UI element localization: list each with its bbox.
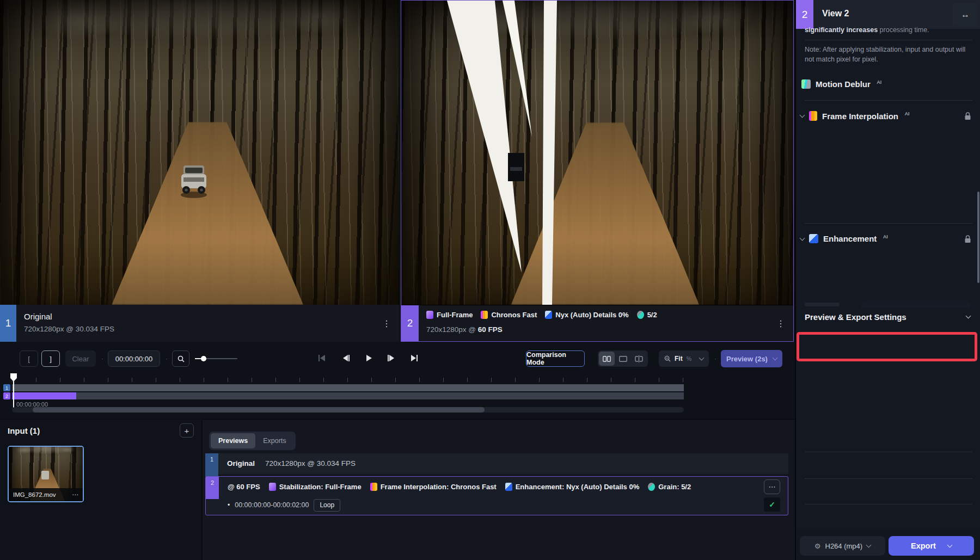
tab-previews[interactable]: Previews xyxy=(211,433,255,448)
row-1-title: Original xyxy=(227,459,255,467)
timecode-input[interactable]: 00:00:00:00 xyxy=(108,350,160,367)
play-button[interactable] xyxy=(364,351,373,365)
skip-to-end-button[interactable] xyxy=(409,351,419,365)
previews-tabbar: Previews Exports xyxy=(209,432,296,450)
export-preset-button[interactable]: ⚙ H264 (mp4) xyxy=(800,536,885,556)
magnifier-minus-icon xyxy=(664,355,671,362)
viewer-pane-original: 1 Original 720x1280px @ 30.034 FPS ⋮ xyxy=(0,0,399,342)
input-panel-title: Input (1) xyxy=(8,426,40,435)
applied-filters-chips: Full-Frame Chronos Fast Nyx (Auto) Detai… xyxy=(426,311,657,319)
clip-filename: IMG_8672.mov xyxy=(13,491,56,498)
row-2-more-button[interactable]: ⋯ xyxy=(764,479,780,494)
enhancement-icon xyxy=(545,311,552,319)
stabilization-chip: Stabilization: Full-Frame xyxy=(269,483,362,491)
skip-to-start-button[interactable] xyxy=(317,351,327,365)
sidebar-footer: ⚙ H264 (mp4) Export xyxy=(796,528,980,560)
more-icon[interactable]: ⋯ xyxy=(72,491,78,499)
sidebar-header: 2 View 2 ↔ xyxy=(796,0,980,29)
grain-icon xyxy=(637,311,644,319)
section-frame-interpolation[interactable]: Frame InterpolationAI xyxy=(800,111,910,121)
tab-exports[interactable]: Exports xyxy=(255,433,293,448)
divider xyxy=(805,452,972,452)
stabilization-note: Note: After applying stabilization, inpu… xyxy=(805,45,971,64)
stabilization-icon xyxy=(426,311,433,319)
split-view-icon xyxy=(635,355,643,362)
side-by-side-icon xyxy=(603,356,611,362)
comparison-mode-button[interactable]: Comparison Mode xyxy=(526,350,585,367)
sidebar-scrollbar[interactable] xyxy=(977,192,979,283)
lock-icon[interactable] xyxy=(964,235,971,243)
clipped-row-ghost xyxy=(805,301,972,309)
export-button[interactable]: Export xyxy=(889,536,974,556)
next-frame-button[interactable] xyxy=(387,351,396,365)
input-clip-card[interactable]: IMG_8672.mov ⋯ xyxy=(8,446,84,502)
zoom-tool-button[interactable] xyxy=(172,350,189,367)
single-view-icon xyxy=(619,356,627,362)
lock-icon[interactable] xyxy=(964,112,971,120)
divider xyxy=(805,40,972,40)
track-2-bar[interactable] xyxy=(12,392,684,399)
frame-interpolation-chip: Chronos Fast xyxy=(481,311,537,319)
frame-interpolation-icon xyxy=(481,311,488,319)
row-2-settings-line: @ 60 FPS Stabilization: Full-Frame Frame… xyxy=(228,477,691,496)
chevron-down-icon xyxy=(800,113,805,118)
video-frame-original[interactable] xyxy=(0,0,399,305)
enhancement-chip: Nyx (Auto) Details 0% xyxy=(545,311,628,319)
track-2-badge: 2 xyxy=(3,392,10,399)
timeline-scrollbar-track[interactable] xyxy=(12,407,684,413)
export-settings-header[interactable]: Preview & Export Settings xyxy=(796,308,980,327)
clip-info-bar-processed: 2 Full-Frame Chronos Fast Nyx (Auto) Det… xyxy=(401,305,793,341)
loop-button[interactable]: Loop xyxy=(314,499,340,512)
frame-interpolation-section-icon xyxy=(809,111,817,121)
magnifier-icon xyxy=(177,355,185,362)
add-input-button[interactable]: + xyxy=(180,423,194,438)
grain-chip: Grain: 5/2 xyxy=(648,483,691,491)
split-view-button[interactable] xyxy=(631,352,647,366)
chevron-down-icon xyxy=(699,355,705,361)
zoom-slider-thumb[interactable] xyxy=(201,356,206,361)
settings-sidebar: 2 View 2 ↔ significantly increases proce… xyxy=(795,0,980,560)
previous-frame-button[interactable] xyxy=(341,351,351,365)
input-panel: Input (1) + IMG_8672.mov ⋯ xyxy=(0,419,200,560)
section-motion-deblur[interactable]: Motion DeblurAI xyxy=(801,79,881,89)
separator: · xyxy=(166,354,168,362)
enhancement-chip: Enhancement: Nyx (Auto) Details 0% xyxy=(505,483,640,491)
preview-button[interactable]: Preview (2s) xyxy=(721,350,782,367)
row-2-badge: 2 xyxy=(206,477,219,499)
annotation-highlight-box xyxy=(797,332,977,361)
trim-in-button[interactable]: [ xyxy=(20,350,38,367)
playhead-line xyxy=(13,373,14,409)
stabilization-chip: Full-Frame xyxy=(426,311,473,319)
row-2-check-button[interactable]: ✓ xyxy=(764,497,780,512)
frame-interpolation-chip: Frame Interpolation: Chronos Fast xyxy=(370,483,497,491)
chevron-down-icon xyxy=(947,543,953,548)
stabilization-icon xyxy=(269,483,276,491)
side-by-side-view-button[interactable] xyxy=(599,352,615,366)
expand-panel-button[interactable]: ↔ xyxy=(953,3,978,26)
viewer-pane-processed: 2 Full-Frame Chronos Fast Nyx (Auto) Det… xyxy=(401,0,794,342)
view-2-badge[interactable]: 2 xyxy=(401,305,419,341)
separator: · xyxy=(714,354,716,362)
single-view-button[interactable] xyxy=(615,352,631,366)
timeline-scrollbar-thumb[interactable] xyxy=(33,407,485,413)
track-1-bar[interactable] xyxy=(12,384,684,391)
fit-pct-label: % xyxy=(687,355,691,362)
section-enhancement[interactable]: EnhancementAI xyxy=(800,234,888,243)
jeep-graphic xyxy=(179,161,209,199)
chevron-down-icon xyxy=(966,313,971,319)
timeline[interactable]: 1 2 00:00:00:00 xyxy=(0,372,795,416)
preview-row-processed[interactable]: 2 @ 60 FPS Stabilization: Full-Frame Fra… xyxy=(205,476,788,515)
zoom-slider[interactable] xyxy=(195,358,237,359)
kebab-menu-icon[interactable]: ⋮ xyxy=(774,315,788,331)
clip-title: Original xyxy=(24,312,52,321)
preview-row-original[interactable]: 1 Original 720x1280px @ 30.034 FPS xyxy=(205,453,788,474)
zoom-fit-control[interactable]: Fit % xyxy=(659,350,709,367)
view-title: View 2 xyxy=(822,9,849,19)
kebab-menu-icon[interactable]: ⋮ xyxy=(379,315,394,331)
clear-trim-button[interactable]: Clear xyxy=(65,350,96,367)
divider xyxy=(805,100,972,101)
enhancement-icon xyxy=(505,483,512,491)
trim-out-button[interactable]: ] xyxy=(41,350,60,367)
video-frame-processed[interactable] xyxy=(401,1,793,305)
view-1-badge[interactable]: 1 xyxy=(0,305,16,342)
